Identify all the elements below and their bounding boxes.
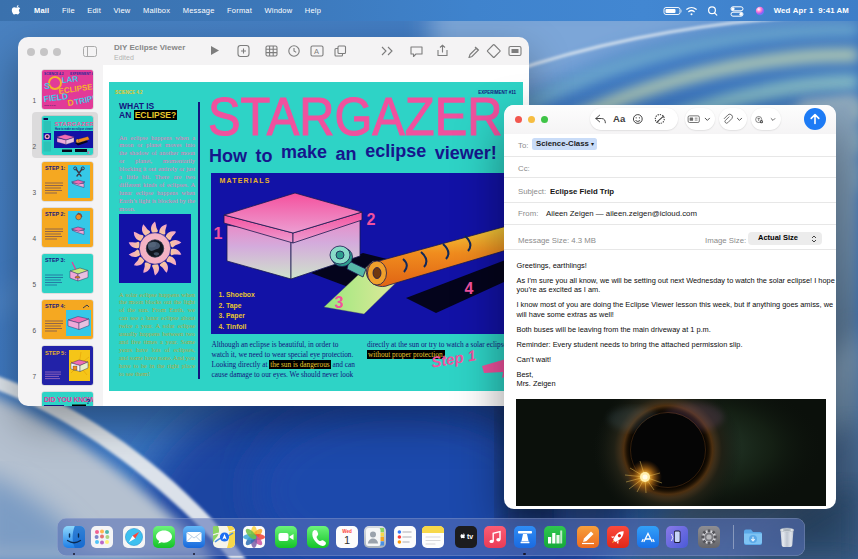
svg-text:STEP 3:: STEP 3: [45,257,65,263]
svg-text:Aa: Aa [613,113,626,124]
svg-text:S: S [44,81,50,91]
svg-text:How to make an eclipse viewer!: How to make an eclipse viewer! [55,126,93,130]
svg-text:?: ? [86,398,90,405]
svg-text:STARGAZER: STARGAZER [54,120,93,126]
svg-text:STEP 5:: STEP 5: [45,350,66,356]
svg-text:LAR: LAR [61,74,79,85]
svg-text:tv: tv [467,533,473,540]
svg-text:Wed 1 p.m.: Wed 1 p.m. [44,104,57,107]
svg-text:1: 1 [343,534,349,546]
svg-text:STEP 4:: STEP 4: [45,303,65,309]
svg-text:A: A [314,47,319,56]
svg-text:STEP 1:: STEP 1: [45,165,65,171]
svg-text:STEP 2:: STEP 2: [45,211,65,217]
